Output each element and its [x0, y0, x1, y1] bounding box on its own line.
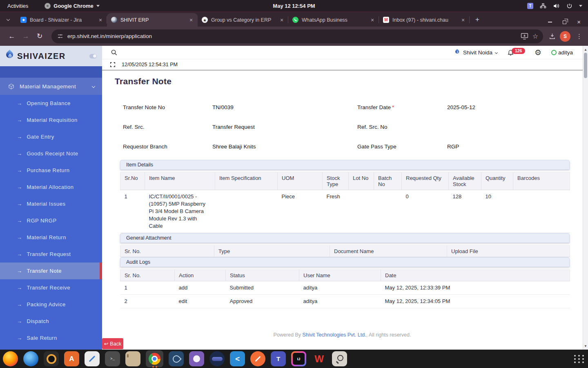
files-icon[interactable]	[125, 351, 140, 366]
bookmark-star-icon[interactable]: ☆	[532, 32, 538, 40]
cell-date: May 12, 2025, 12:34:05 PM	[381, 294, 570, 308]
focused-app-menu[interactable]: Google Chrome	[45, 3, 100, 9]
footer-company-link[interactable]: Shivit Technologies Pvt. Ltd.	[303, 332, 366, 338]
url-text[interactable]: erp.shivit.net.in/minierp/application	[67, 33, 517, 39]
tab-chatgpt[interactable]: * Group vs Category in ERP ×	[198, 13, 288, 27]
browser-menu-icon[interactable]: ⋮	[575, 33, 584, 40]
forward-nav-icon[interactable]: →	[20, 30, 32, 43]
tab-jira[interactable]: ◆ Board - Shivaizer - Jira ×	[16, 13, 107, 27]
sidebar-section-material-management[interactable]: Material Management	[0, 78, 102, 95]
tab-shivit-erp[interactable]: SHIVIT ERP ×	[107, 13, 198, 27]
firefox-icon[interactable]	[3, 351, 18, 366]
tab-gmail[interactable]: M Inbox (97) - shivani.chau ×	[379, 13, 470, 27]
scrollbar-thumb[interactable]	[584, 53, 587, 78]
footer: Powered By Shivit Technologies Pvt. Ltd.…	[115, 332, 570, 338]
tab-close-icon[interactable]: ×	[460, 17, 466, 23]
sidebar-item-material-issues[interactable]: →Material Issues	[0, 195, 102, 212]
section-label: Material Management	[20, 83, 87, 90]
fullscreen-icon[interactable]	[110, 62, 116, 67]
activities-button[interactable]: Activities	[0, 0, 36, 11]
profile-avatar[interactable]: S	[560, 31, 570, 42]
gmail-icon: M	[383, 17, 389, 23]
minimize-icon[interactable]	[548, 22, 552, 22]
sidebar-item-packing-advice[interactable]: →Packing Advice	[0, 296, 102, 313]
intellij-idea-icon[interactable]	[291, 351, 306, 366]
page-scrollbar[interactable]: ▲ ▼	[583, 46, 588, 350]
address-bar[interactable]: erp.shivit.net.in/minierp/application ☆	[51, 29, 543, 43]
site-settings-icon[interactable]	[57, 33, 63, 39]
page-content: Transfer Note Transfer Note No TN/0039 T…	[102, 70, 583, 350]
sidebar-item-transfer-request[interactable]: →Transfer Request	[0, 246, 102, 263]
jira-icon: ◆	[20, 17, 27, 23]
reload-icon[interactable]: ↻	[33, 30, 46, 43]
text-editor-icon[interactable]	[85, 351, 100, 366]
sidebar-item-material-return[interactable]: →Material Return	[0, 229, 102, 246]
terminal-icon[interactable]: >_	[105, 351, 120, 366]
install-app-icon[interactable]	[521, 33, 528, 40]
tab-search-button[interactable]	[3, 15, 13, 25]
thunderbird-icon[interactable]	[23, 351, 38, 366]
user-menu[interactable]: aditya	[551, 49, 573, 56]
gear-icon[interactable]: ⚙	[535, 48, 541, 57]
notifications-button[interactable]: 126	[507, 49, 525, 56]
tab-close-icon[interactable]: ×	[369, 17, 376, 23]
github-desktop-icon[interactable]	[189, 351, 204, 366]
back-button[interactable]: ↩ Back	[102, 338, 123, 349]
sidebar-item-dispatch[interactable]: →Dispatch	[0, 313, 102, 330]
tab-title: SHIVIT ERP	[120, 17, 185, 23]
col-upload-file: Upload File	[447, 245, 570, 257]
sidebar-item-rgp-nrgp[interactable]: →RGP NRGP	[0, 212, 102, 229]
col-action: Action	[175, 269, 226, 281]
sidebar-item-material-requisition[interactable]: →Material Requisition	[0, 112, 102, 128]
tab-close-icon[interactable]: ×	[278, 17, 285, 23]
system-bar: Activities Google Chrome May 12 12:54 PM…	[0, 0, 588, 11]
tab-close-icon[interactable]: ×	[97, 17, 104, 23]
vscode-icon[interactable]: <	[230, 351, 245, 366]
item-details-table: Sr.No Item Name Item Specification UOM S…	[120, 172, 570, 233]
search-icon[interactable]	[111, 49, 118, 56]
field-value-requestor-branch: Shree Balaji Knits	[212, 144, 357, 150]
table-row: 1 add Submitted aditya May 12, 2025, 12:…	[120, 281, 570, 294]
eclipse-icon[interactable]	[209, 351, 225, 366]
power-icon[interactable]	[566, 3, 572, 9]
clock[interactable]: May 12 12:54 PM	[273, 3, 315, 9]
scroll-down-icon[interactable]: ▼	[583, 343, 588, 349]
sidebar-item-opening-balance[interactable]: →Opening Balance	[0, 95, 102, 112]
sql-developer-icon[interactable]	[169, 351, 184, 366]
volume-icon[interactable]	[553, 3, 560, 9]
pen-tool-icon[interactable]	[250, 351, 265, 366]
branch-selector[interactable]: Shivit Noida	[454, 49, 497, 56]
teams-icon[interactable]: T	[271, 351, 286, 366]
sidebar-item-transfer-receive[interactable]: →Transfer Receive	[0, 279, 102, 296]
col-batch-no: Batch No	[374, 173, 402, 190]
wps-office-icon[interactable]: W	[312, 351, 327, 366]
sidebar-item-purchase-return[interactable]: →Purchase Return	[0, 162, 102, 179]
cell-batch-no	[374, 190, 402, 233]
restore-icon[interactable]	[563, 20, 566, 24]
general-attachment-header: General Attachment	[120, 233, 570, 243]
sidebar-toggle[interactable]	[89, 54, 97, 58]
cell-available-stock: 128	[449, 190, 481, 233]
notification-count-badge: 126	[512, 48, 526, 54]
back-nav-icon[interactable]: ←	[6, 30, 18, 43]
ubuntu-software-icon[interactable]: A	[64, 351, 79, 366]
media-player-icon[interactable]	[44, 351, 59, 366]
google-chrome-icon[interactable]	[146, 350, 163, 367]
show-applications-icon[interactable]	[574, 354, 584, 364]
teams-tray-icon[interactable]: T	[527, 3, 533, 9]
sidebar-item-transfer-note[interactable]: →Transfer Note	[0, 263, 102, 279]
sidebar-item-material-allocation[interactable]: →Material Allocation	[0, 179, 102, 195]
network-icon[interactable]	[540, 3, 546, 9]
download-icon[interactable]	[549, 33, 556, 40]
screenshot-tool-icon[interactable]	[332, 351, 347, 366]
sidebar-item-gate-entry[interactable]: →Gate Entry	[0, 128, 102, 145]
tray-chevron-down-icon[interactable]	[579, 5, 582, 7]
new-tab-button[interactable]: +	[475, 16, 479, 24]
tab-whatsapp[interactable]: WhatsApp Business ×	[288, 13, 379, 27]
sidebar-item-goods-receipt-note[interactable]: →Goods Receipt Note	[0, 145, 102, 162]
tab-close-icon[interactable]: ×	[188, 17, 194, 23]
arrow-icon: →	[17, 301, 22, 307]
close-window-icon[interactable]: ×	[577, 20, 581, 24]
sidebar-item-sale-return[interactable]: →Sale Return	[0, 330, 102, 346]
scroll-up-icon[interactable]: ▲	[583, 47, 588, 52]
